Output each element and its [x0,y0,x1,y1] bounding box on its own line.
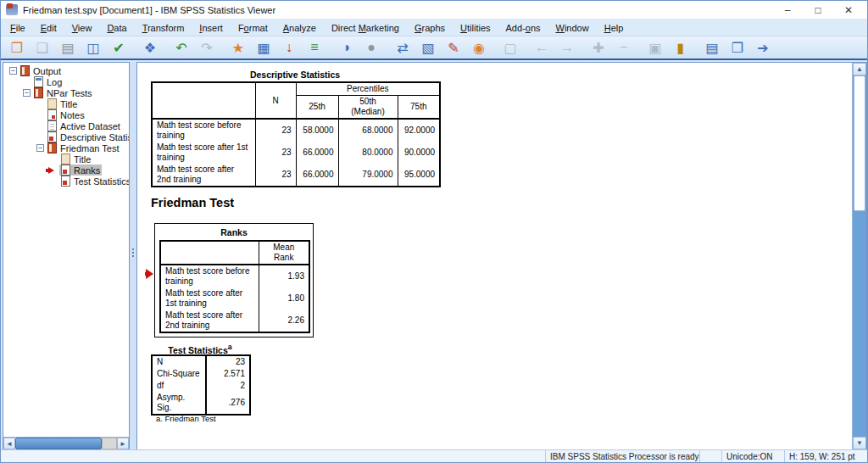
test-statistics-table[interactable]: N 23 Chi-Square 2.571 df 2 Asymp. Sig. .… [151,354,251,416]
expand-icon[interactable]: ✚ [586,37,611,58]
print-icon[interactable]: ▤ [55,37,81,58]
print-preview-icon[interactable]: ◫ [81,37,106,58]
minimize-icon[interactable]: – [774,3,801,18]
designate-window-icon[interactable]: ❖ [137,37,163,58]
stat-value: 2 [206,380,250,392]
collapse-box-icon[interactable]: − [23,89,31,97]
demote-icon[interactable]: → [554,37,580,58]
scrollbar-thumb[interactable] [854,75,865,211]
menu-data[interactable]: Data [99,21,134,35]
menu-graphs[interactable]: Graphs [407,21,453,35]
col-header-75th: 75th [398,96,440,120]
menu-insert[interactable]: Insert [192,21,231,35]
tree-item-descriptive-statistics[interactable]: Descriptive Statistics [3,131,129,142]
p75-value: 95.0000 [398,164,440,187]
variables-icon[interactable]: ↓ [276,37,302,58]
insert-text-icon[interactable]: ❐ [725,37,750,58]
menu-bar: File Edit View Data Transform Insert For… [1,20,867,36]
table-footnote: a. Friedman Test [156,414,216,423]
tree-item-title2[interactable]: Title [3,153,129,165]
menu-window[interactable]: Window [548,21,597,35]
scrollbar-thumb[interactable] [15,438,102,449]
scrollbar-track[interactable] [102,438,117,449]
promote-icon[interactable]: ← [529,37,554,58]
scroll-left-icon[interactable]: ◄ [3,438,15,449]
select-cases-icon[interactable]: ◑ [333,37,359,58]
p50-value: 80.0000 [338,142,398,164]
collapse-box-icon[interactable]: − [36,144,44,152]
maximize-icon[interactable]: □ [804,3,832,18]
tree-item-title[interactable]: Title [3,98,129,109]
stat-label: Chi-Square [152,368,206,380]
tree-item-notes[interactable]: Notes [3,109,129,120]
scroll-right-icon[interactable]: ► [117,438,129,449]
menu-edit[interactable]: Edit [33,21,64,35]
n-value: 23 [255,164,296,187]
sidebar-horizontal-scrollbar[interactable]: ◄ ► [3,437,129,449]
ranks-output-selected[interactable]: Ranks Mean Rank Math test score before t… [154,223,314,337]
section-heading: Friedman Test [151,196,234,209]
menu-file[interactable]: File [3,21,33,35]
p75-value: 90.0000 [398,142,440,164]
tree-item-output[interactable]: − Output [3,65,129,76]
p25-value: 58.0000 [296,119,338,142]
col-header-mean-rank: Mean Rank [259,241,309,265]
row-label: Math test score after 1st training [160,287,259,310]
dataset-icon [47,120,57,131]
status-dimensions: H: 159, W: 251 pt [784,450,867,462]
screen-reader-icon[interactable]: ▢ [498,37,523,58]
show-hide-icon[interactable]: ▣ [643,37,668,58]
row-label: Math test score after 2nd training [160,310,259,332]
ranks-table-title: Ranks [159,227,309,237]
content-vertical-scrollbar[interactable]: ▲ ▼ [852,63,866,449]
pane-splitter[interactable] [130,62,136,450]
menu-transform[interactable]: Transform [135,21,192,35]
use-variable-sets-icon[interactable]: ≡ [302,37,327,58]
split-file-icon[interactable]: ● [359,37,384,58]
tree-item-npar-tests[interactable]: − NPar Tests [3,87,129,98]
descriptives-table[interactable]: N Percentiles 25th 50th (Median) 75th Ma… [151,81,441,187]
menu-utilities[interactable]: Utilities [453,21,498,35]
insert-title-icon[interactable]: ▤ [699,37,725,58]
menu-view[interactable]: View [64,21,100,35]
table-row: Chi-Square 2.571 [152,368,250,380]
save-icon[interactable]: ❑ [30,37,55,58]
undo-icon[interactable]: ↶ [169,37,194,58]
goto-data-icon[interactable]: ★ [225,37,251,58]
insert-heading-icon[interactable]: ▮ [668,37,693,58]
goto-case-icon[interactable]: ▦ [251,37,276,58]
tree-item-friedman-test[interactable]: − Friedman Test [3,142,129,153]
weight-cases-icon[interactable]: ⇄ [390,37,415,58]
output-book-icon [34,87,43,98]
tree-item-ranks[interactable]: Ranks [3,165,129,176]
export-output-icon[interactable]: ➔ [750,37,776,58]
rebuild-chart-icon[interactable]: ▧ [415,37,441,58]
title-icon [47,98,57,109]
outline-tree: − Output Log − NPar Tests Title [3,63,129,437]
tree-item-test-statistics[interactable]: Test Statistics [3,176,129,187]
menu-format[interactable]: Format [231,21,275,35]
stat-value: 2.571 [206,368,250,380]
run-script-icon[interactable]: ◉ [466,37,492,58]
collapse-icon[interactable]: − [611,37,637,58]
scroll-down-icon[interactable]: ▼ [853,437,866,449]
tree-item-log[interactable]: Log [3,76,129,87]
menu-analyze[interactable]: Analyze [275,21,324,35]
menu-add-ons[interactable]: Add-ons [498,21,548,35]
scrollbar-track[interactable] [853,211,866,437]
col-header-n: N [255,82,296,119]
tree-item-active-dataset[interactable]: Active Dataset [3,120,129,131]
redo-icon[interactable]: ↷ [194,37,220,58]
spss-viewer-window: Friedman test.spv [Document1] - IBM SPSS… [0,0,868,463]
close-icon[interactable]: ✕ [835,3,862,18]
open-file-icon[interactable]: ❒ [4,37,30,58]
ranks-table[interactable]: Mean Rank Math test score before trainin… [159,240,310,333]
row-label: Math test score before training [152,119,255,142]
title-icon [61,153,70,165]
scroll-up-icon[interactable]: ▲ [853,63,866,75]
edit-output-icon[interactable]: ✎ [441,37,466,58]
export-icon[interactable]: ✔ [106,37,131,58]
collapse-box-icon[interactable]: − [9,67,17,75]
menu-direct-marketing[interactable]: Direct Marketing [324,21,407,35]
menu-help[interactable]: Help [597,21,632,35]
